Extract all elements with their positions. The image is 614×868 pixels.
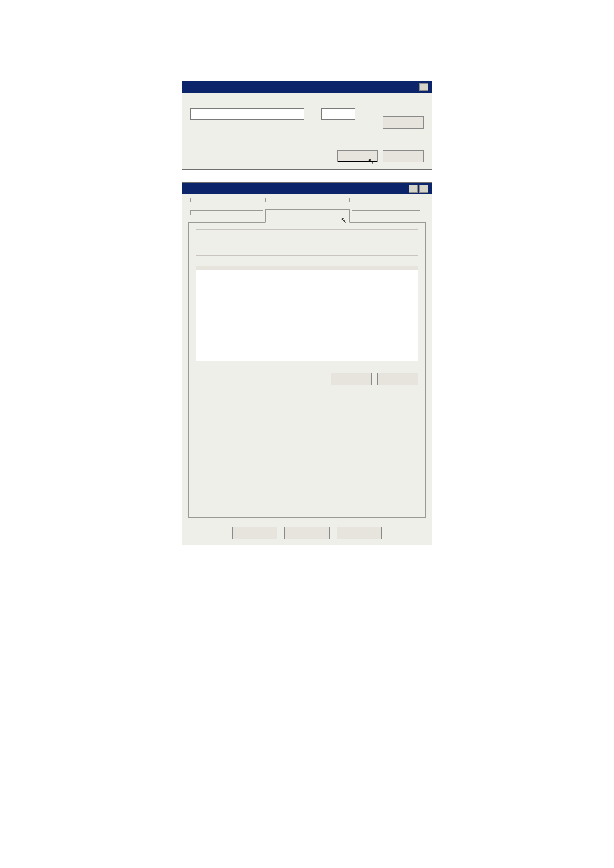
document-page: ↖ [0, 0, 614, 868]
tab-persistent-targets[interactable] [265, 198, 350, 202]
targets-list-header [196, 266, 418, 270]
figure-121-area: ↖ [154, 81, 460, 170]
description-groupbox [196, 229, 418, 256]
tab-target-portals[interactable] [190, 210, 263, 215]
dialog1-titlebar [182, 81, 432, 93]
page-footer [63, 827, 551, 832]
dialog1-input-row [190, 107, 424, 129]
cancel-button[interactable] [383, 150, 424, 162]
col-header-status[interactable] [338, 266, 418, 270]
figure-122-area: ↖ [154, 182, 460, 545]
cancel-button[interactable] [284, 527, 330, 539]
tab-strip: ↖ [188, 198, 426, 223]
dialog2-titlebar [182, 183, 432, 194]
targets-list[interactable] [196, 270, 418, 361]
refresh-button[interactable] [377, 373, 418, 385]
ok-button[interactable] [232, 527, 277, 539]
close-icon[interactable] [419, 83, 428, 91]
ip-column [190, 107, 305, 129]
tab-isns-servers[interactable] [190, 198, 263, 202]
advanced-button[interactable] [383, 116, 424, 129]
cursor-icon: ↖ [368, 157, 374, 165]
dialog1-divider [190, 137, 424, 137]
add-target-portal-dialog: ↖ [182, 81, 432, 170]
tab-available-targets[interactable]: ↖ [265, 209, 350, 223]
iscsi-properties-dialog: ↖ [182, 182, 432, 545]
col-header-name[interactable] [196, 266, 338, 270]
tab-active-sessions[interactable] [352, 210, 420, 215]
dialog1-body [182, 93, 432, 150]
help-icon[interactable] [409, 185, 418, 193]
socket-column [321, 107, 367, 129]
log-on-button[interactable] [331, 373, 372, 385]
ok-button[interactable]: ↖ [337, 150, 378, 162]
apply-button[interactable] [337, 527, 382, 539]
socket-input[interactable] [321, 108, 355, 120]
close-icon[interactable] [419, 185, 428, 193]
advanced-column [383, 107, 424, 129]
dialog2-footer [182, 523, 432, 545]
dialog2-body: ↖ [182, 194, 432, 523]
tab-initiator-settings[interactable] [352, 198, 420, 202]
targets-buttons-row [196, 373, 418, 385]
dialog1-footer: ↖ [182, 150, 432, 169]
ip-address-input[interactable] [190, 108, 304, 120]
tab-panel-available-targets [188, 222, 426, 518]
